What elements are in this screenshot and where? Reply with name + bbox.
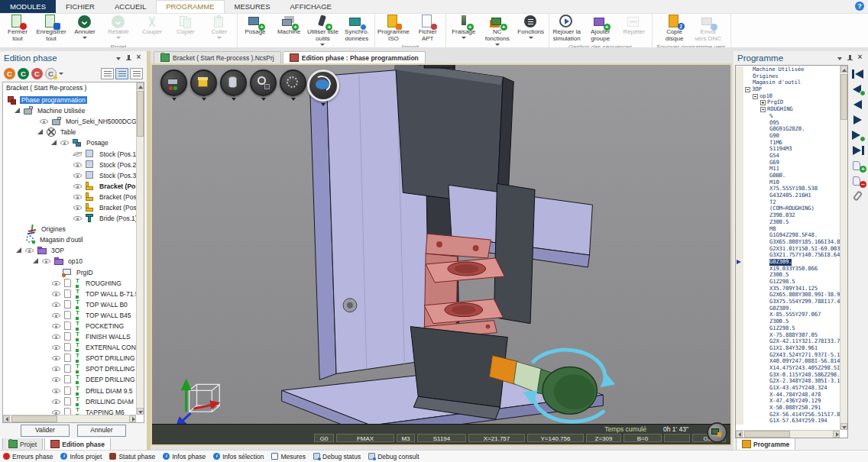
eye-icon[interactable] bbox=[73, 203, 83, 212]
gcode-line[interactable]: X-85.555Y297.067 bbox=[736, 312, 840, 318]
eye-icon[interactable] bbox=[52, 397, 62, 406]
ribbon-button[interactable]: Copier bbox=[169, 14, 202, 43]
status-item[interactable]: Debug status bbox=[313, 453, 361, 460]
ribbon-button[interactable]: Ajouter groupe bbox=[584, 14, 617, 43]
gcode-line[interactable]: X14.475Y243.405Z298.5I bbox=[736, 365, 840, 372]
3d-viewport[interactable]: Temps cumulé 0h 1' 43" G0FMAXM3S1194X=21… bbox=[151, 63, 732, 446]
tree-item[interactable]: Magasin d'outil bbox=[3, 234, 136, 245]
tree-toggle-icon[interactable] bbox=[760, 107, 766, 112]
chevron-down-icon[interactable] bbox=[115, 54, 123, 63]
gcode-line[interactable]: M10 bbox=[736, 179, 840, 186]
gcode-line[interactable]: G1G94Z298.5F48. bbox=[736, 232, 840, 239]
gcode-line[interactable]: X40.09Y247.088I-56.814 bbox=[736, 358, 840, 365]
scroll-right-icon[interactable] bbox=[129, 415, 136, 422]
ribbon-button[interactable]: Couper bbox=[135, 14, 169, 43]
tree-item[interactable]: Posage bbox=[3, 137, 136, 148]
ribbon-button[interactable]: Enregistrer tout bbox=[34, 14, 68, 43]
exp-icon[interactable] bbox=[50, 138, 58, 147]
tree-item[interactable]: ROUGHING bbox=[3, 278, 136, 289]
close-icon[interactable] bbox=[134, 54, 143, 63]
gcode-line[interactable]: G2X-42.11Y321.278I33.7 bbox=[736, 338, 840, 345]
eye-icon[interactable] bbox=[52, 408, 62, 415]
ribbon-tab[interactable]: ACCUEIL bbox=[105, 0, 156, 13]
gcode-line[interactable]: G3X75.554Y299.788I17.4 bbox=[736, 299, 840, 305]
gcode-line[interactable]: X-44.784Y248.478 bbox=[736, 392, 840, 399]
tree-item[interactable]: SPOT DRILLING B-71.565 bbox=[3, 363, 136, 374]
scroll-up-icon[interactable] bbox=[840, 66, 847, 73]
eye-icon[interactable] bbox=[52, 289, 62, 299]
ribbon-tab[interactable]: PROGRAMME bbox=[156, 0, 224, 13]
view-small-button[interactable] bbox=[130, 68, 143, 79]
gcode-line[interactable]: G43Z405.216H1 bbox=[736, 192, 840, 199]
tree-item[interactable]: Bracket (Pos.3) bbox=[3, 202, 136, 213]
attach-button[interactable] bbox=[850, 189, 866, 203]
eye-icon[interactable] bbox=[60, 138, 70, 147]
tree-toggle-icon[interactable] bbox=[760, 100, 766, 105]
exp-icon[interactable] bbox=[14, 106, 21, 115]
remove-sequence-button[interactable] bbox=[850, 173, 866, 188]
shaded-display-button[interactable] bbox=[189, 69, 218, 101]
eye-icon[interactable] bbox=[52, 354, 62, 363]
ribbon-button[interactable]: Rétablir bbox=[102, 14, 135, 43]
gcode-line[interactable]: G54 bbox=[736, 153, 840, 160]
go-to-end-button[interactable] bbox=[850, 143, 866, 157]
tree-item[interactable]: Phase programmation bbox=[3, 95, 136, 105]
gcode-line[interactable]: G1X-43.457Y248.324 bbox=[736, 385, 840, 392]
exp-icon[interactable] bbox=[15, 246, 23, 255]
dropdown-arrow-icon[interactable] bbox=[261, 98, 266, 101]
ribbon-tab[interactable]: AFFICHAGE bbox=[280, 0, 342, 13]
scroll-right-icon[interactable] bbox=[833, 431, 840, 438]
status-item[interactable]: Statut phase bbox=[109, 453, 155, 460]
gcode-listing[interactable]: Machine Utilisée Origines bbox=[735, 65, 848, 438]
exp-icon[interactable] bbox=[32, 257, 40, 266]
stock-display-button[interactable] bbox=[219, 69, 248, 101]
scrollbar-thumb[interactable] bbox=[840, 74, 847, 120]
pin-icon[interactable] bbox=[846, 54, 854, 63]
dropdown-arrow-icon[interactable] bbox=[172, 98, 177, 101]
dropdown-arrow-icon[interactable] bbox=[291, 98, 296, 101]
machine-display-button[interactable] bbox=[160, 69, 188, 101]
document-tab[interactable]: Bracket ( Start Re-process ).NcsPrj bbox=[154, 51, 281, 63]
ribbon-button[interactable]: Fermer tout bbox=[1, 14, 34, 43]
tree-item[interactable]: TOP WALL B0 bbox=[3, 299, 136, 310]
gcode-line[interactable]: X19.033Y350.866 bbox=[736, 266, 840, 273]
tree-item[interactable]: Origines bbox=[3, 224, 136, 234]
gcode-line[interactable]: Z398.032 bbox=[736, 212, 840, 219]
tree-toggle-icon[interactable] bbox=[753, 94, 758, 99]
tree-item[interactable]: DRILLING DIAM 10 bbox=[3, 396, 136, 407]
gcode-line[interactable]: X35.709Y341.125 bbox=[736, 286, 840, 292]
machine-status-icon[interactable] bbox=[707, 422, 727, 443]
vertical-scrollbar[interactable] bbox=[136, 82, 144, 415]
rewind-button[interactable] bbox=[850, 82, 866, 96]
tree-item[interactable]: POCKETING bbox=[3, 321, 136, 331]
go-to-start-button[interactable] bbox=[850, 66, 866, 81]
status-item[interactable]: Debug consult bbox=[368, 453, 419, 460]
valider-button[interactable]: Valider bbox=[21, 425, 70, 437]
gcode-line[interactable]: Machine Utilisée bbox=[736, 66, 840, 73]
view-large-button[interactable] bbox=[101, 68, 114, 79]
gcode-line[interactable]: T2 bbox=[736, 199, 840, 206]
scrollbar-thumb[interactable] bbox=[11, 415, 57, 422]
step-backward-button[interactable] bbox=[850, 97, 866, 111]
zoom-button[interactable] bbox=[249, 69, 277, 101]
tree-toggle-icon[interactable] bbox=[745, 87, 750, 92]
dropdown-arrow-icon[interactable] bbox=[232, 98, 236, 101]
tree-item[interactable]: Mori_Seki_NH5000DCG bbox=[3, 116, 136, 127]
gcode-line[interactable]: ROUGHING bbox=[736, 106, 840, 113]
dropdown-arrow-icon[interactable] bbox=[202, 98, 206, 101]
scroll-up-icon[interactable] bbox=[137, 82, 144, 89]
ribbon-button[interactable]: Posage bbox=[238, 14, 272, 46]
gcode-line[interactable]: G1X-57.634Y259.194 bbox=[736, 418, 840, 425]
view-medium-button[interactable] bbox=[115, 68, 128, 79]
tree-root-label[interactable]: Bracket ( Start Re-process ) bbox=[3, 82, 144, 94]
ribbon-tab[interactable]: MODULES bbox=[0, 0, 56, 13]
gcode-line[interactable]: PrgID bbox=[736, 99, 840, 106]
eyeoff-icon[interactable] bbox=[73, 150, 83, 159]
gcode-line[interactable]: G0Z309. bbox=[736, 305, 840, 312]
ribbon-button[interactable]: Utiliser liste outils bbox=[306, 14, 340, 46]
eye-icon[interactable] bbox=[52, 300, 62, 309]
scroll-left-icon[interactable] bbox=[3, 415, 10, 422]
ribbon-button[interactable]: Fraisage bbox=[447, 14, 481, 46]
tree-settings-button[interactable] bbox=[45, 68, 57, 79]
ribbon-button[interactable]: Fichier APT bbox=[411, 14, 445, 43]
